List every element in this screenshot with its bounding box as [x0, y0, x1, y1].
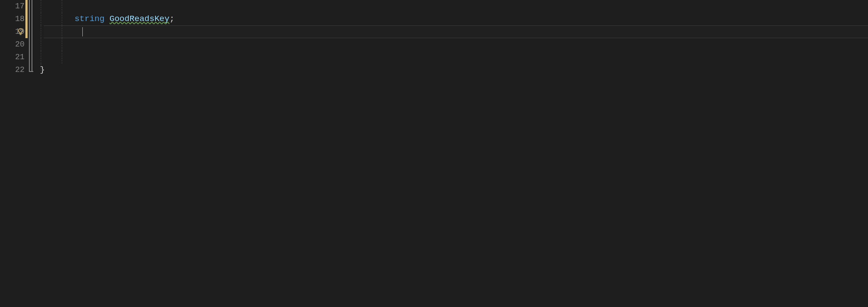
- code-line[interactable]: 17: [0, 0, 868, 13]
- text-caret: [82, 27, 83, 36]
- indent: [35, 14, 74, 24]
- outline-guide: [28, 13, 35, 25]
- code-content[interactable]: [35, 0, 868, 13]
- code-line-current[interactable]: 19: [0, 25, 868, 38]
- code-content[interactable]: [35, 51, 868, 64]
- outline-guide: [28, 64, 35, 76]
- outline-guide: [28, 25, 35, 38]
- token-punct: ;: [169, 14, 174, 24]
- code-line[interactable]: 22 }: [0, 64, 868, 76]
- code-content[interactable]: [35, 38, 868, 51]
- code-line[interactable]: 20: [0, 38, 868, 51]
- token-identifier: GoodReadsKey: [109, 14, 169, 24]
- line-number: 19: [0, 25, 25, 38]
- code-line[interactable]: 18 string GoodReadsKey;: [0, 13, 868, 25]
- lightbulb-icon[interactable]: [16, 27, 25, 36]
- outline-guide: [28, 51, 35, 64]
- line-number: 22: [0, 64, 25, 76]
- code-content[interactable]: [35, 25, 868, 38]
- line-number: 18: [0, 13, 25, 25]
- code-content[interactable]: }: [35, 64, 868, 76]
- line-number: 17: [0, 0, 25, 13]
- code-content[interactable]: string GoodReadsKey;: [35, 13, 868, 25]
- outline-guide: [28, 0, 35, 13]
- line-number: 21: [0, 51, 25, 64]
- token-keyword: string: [74, 14, 104, 24]
- code-editor[interactable]: 17 18 string GoodReadsKey; 19: [0, 0, 868, 307]
- code-line[interactable]: 21: [0, 51, 868, 64]
- outline-guide: [28, 38, 35, 51]
- line-number: 20: [0, 38, 25, 51]
